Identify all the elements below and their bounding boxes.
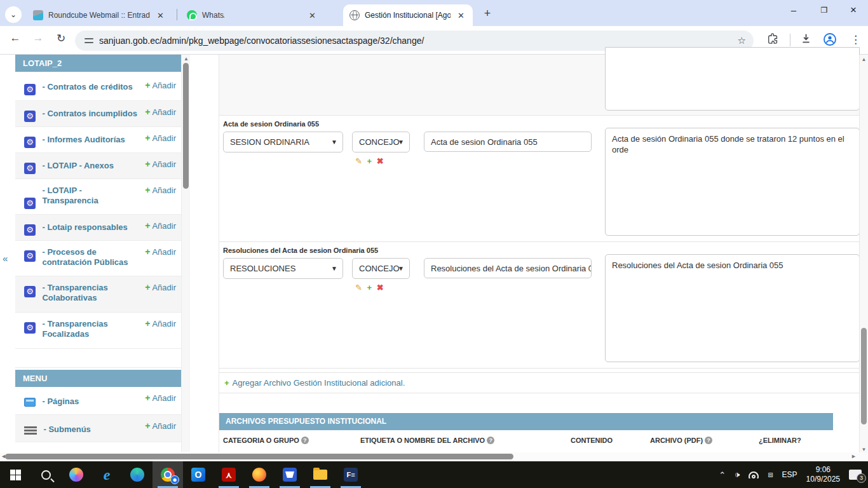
tab-gestion-active[interactable]: Gestión Institucional [Agosto-2 ✕ (343, 4, 473, 26)
edit-icon[interactable]: ✎ (355, 283, 362, 292)
session-type-select[interactable]: RESOLUCIONES▼ (223, 258, 343, 279)
restore-button[interactable]: ❐ (810, 0, 839, 22)
tab-roundcube[interactable]: Roundcube Webmail :: Entrada ✕ (27, 4, 174, 26)
scroll-down-icon[interactable]: ▼ (860, 447, 868, 452)
site-info-icon[interactable] (84, 36, 94, 46)
sidebar-item-paginas[interactable]: - Páginas +Añadir (15, 387, 181, 415)
taskbar-file-explorer[interactable] (305, 461, 336, 488)
url-text[interactable]: sanjuan.gob.ec/admin/pkg_webpage/convoca… (99, 36, 424, 46)
clock[interactable]: 9:06 10/9/2025 (806, 465, 840, 484)
add-icon[interactable]: + (367, 283, 372, 292)
sidebar-scrollbar-thumb[interactable] (183, 63, 189, 189)
browser-menu-icon[interactable]: ⋮ (850, 33, 861, 46)
add-link[interactable]: +Añadir (145, 107, 176, 117)
notifications-icon[interactable]: 3 (849, 470, 862, 480)
add-link[interactable]: +Añadir (145, 318, 176, 329)
bookmark-star-icon[interactable]: ☆ (738, 35, 746, 46)
reload-button[interactable]: ↻ (52, 32, 70, 45)
delete-icon[interactable]: ✖ (377, 283, 384, 292)
sidebar-item-informes-auditorias[interactable]: ⚙ - Informes Auditorías +Añadir (15, 127, 181, 153)
file-name-input[interactable]: Resoluciones del Acta de sesion Ordinari… (424, 258, 592, 278)
add-link[interactable]: +Añadir (145, 421, 176, 431)
sidebar-item-procesos-contratacion[interactable]: ⚙ - Procesos de contratación Públicas +A… (15, 241, 181, 276)
add-link[interactable]: +Añadir (145, 247, 176, 257)
sidebar-item-lotaip-responsables[interactable]: ⚙ - Lotaip responsables +Añadir (15, 215, 181, 241)
description-textarea[interactable]: Acta de sesión Ordinaria 055 donde se tr… (605, 128, 860, 236)
sidebar-scrollbar[interactable]: ▲ (181, 55, 190, 454)
scroll-up-icon[interactable]: ▲ (182, 56, 191, 62)
tab-close-icon[interactable]: ✕ (456, 11, 466, 20)
tab-close-icon[interactable]: ✕ (307, 11, 318, 20)
add-link[interactable]: +Añadir (145, 220, 176, 231)
back-button[interactable]: ← (6, 32, 24, 44)
horizontal-scrollbar-thumb[interactable] (5, 454, 513, 459)
organ-select[interactable]: CONCEJO▼ (352, 258, 410, 279)
minimize-button[interactable]: – (779, 0, 808, 22)
tray-expand-icon[interactable]: ⌃ (719, 470, 726, 480)
wifi-icon[interactable] (749, 471, 759, 478)
sidebar-item-label[interactable]: - Lotaip responsables (42, 222, 127, 232)
session-type-select[interactable]: SESION ORDINARIA▼ (223, 132, 343, 152)
delete-icon[interactable]: ✖ (377, 156, 384, 166)
taskbar-copilot[interactable] (61, 461, 92, 488)
add-link[interactable]: +Añadir (145, 185, 176, 195)
sidebar-item-transparencias-focalizadas[interactable]: ⚙ - Transparencias Focalizadas +Añadir (15, 313, 181, 349)
sidebar-item-lotaip-anexos[interactable]: ⚙ - LOTAIP - Anexos +Añadir (15, 153, 181, 179)
add-link[interactable]: +Añadir (145, 282, 176, 292)
taskbar-internet-explorer[interactable]: e (92, 461, 122, 488)
taskbar-f-app[interactable]: F≡ (336, 461, 366, 488)
add-icon[interactable]: + (367, 156, 372, 166)
sidebar-item-label[interactable]: - Contratos de créditos (42, 82, 132, 92)
sidebar-item-label[interactable]: - Informes Auditorías (42, 135, 125, 144)
sidebar-item-transparencias-colaborativas[interactable]: ⚙ - Transparencias Colaborativas +Añadir (15, 276, 181, 313)
tab-whatsapp[interactable]: WhatsApp ✕ (180, 4, 324, 26)
help-icon[interactable]: ? (301, 437, 309, 444)
sidebar-item-submenus[interactable]: - Submenús +Añadir (15, 415, 181, 442)
extensions-icon[interactable] (768, 33, 778, 46)
sidebar-item-label[interactable]: - Transparencias Colaborativas (42, 283, 137, 303)
taskbar-scanner-app[interactable] (275, 461, 305, 488)
vertical-scrollbar-thumb[interactable] (861, 328, 867, 424)
tab-search-button[interactable]: ⌄ (5, 6, 22, 23)
description-textarea[interactable] (605, 47, 860, 111)
page-vertical-scrollbar[interactable]: ▲ ▼ (859, 55, 868, 454)
sidebar-item-label[interactable]: - Procesos de contratación Públicas (42, 247, 137, 268)
taskbar-search-button[interactable] (31, 461, 61, 488)
scroll-up-icon[interactable]: ▲ (860, 57, 868, 62)
taskbar-chrome[interactable]: ☻ (153, 461, 183, 488)
forward-button[interactable]: → (29, 32, 47, 44)
sidebar-collapse-toggle[interactable]: « (3, 253, 8, 264)
file-name-input[interactable]: Acta de sesion Ordinaria 055 (424, 132, 592, 152)
tab-close-icon[interactable]: ✕ (155, 11, 166, 20)
taskbar-firefox[interactable] (244, 461, 275, 488)
taskbar-acrobat[interactable]: ⋏ (214, 461, 244, 488)
scroll-right-icon[interactable]: ► (851, 453, 857, 459)
sidebar-item-label[interactable]: - LOTAIP - Transparencia (42, 186, 137, 206)
add-archivo-link[interactable]: +Agregar Archivo Gestión Institucional a… (224, 378, 405, 388)
help-icon[interactable]: ? (705, 437, 712, 444)
close-button[interactable]: × (839, 0, 868, 22)
page-horizontal-scrollbar[interactable]: ◄ ► (0, 452, 868, 461)
organ-select[interactable]: CONCEJO▼ (352, 132, 410, 152)
help-icon[interactable]: ? (487, 437, 494, 444)
sidebar-item-lotaip-transparencia[interactable]: ⚙ - LOTAIP - Transparencia +Añadir (15, 179, 181, 215)
download-icon[interactable] (801, 33, 811, 46)
new-tab-button[interactable]: + (480, 6, 495, 22)
add-link[interactable]: +Añadir (145, 80, 176, 90)
add-link[interactable]: +Añadir (145, 133, 176, 143)
volume-icon[interactable]: 🕩 (735, 470, 740, 480)
sidebar-item-contratos-creditos[interactable]: ⚙ - Contratos de créditos +Añadir (15, 72, 181, 101)
display-connect-icon[interactable]: ⧈ (768, 470, 773, 480)
sidebar-item-label[interactable]: - Submenús (43, 424, 90, 434)
sidebar-item-label[interactable]: - Transparencias Focalizadas (42, 319, 137, 339)
language-indicator[interactable]: ESP (782, 470, 797, 479)
sidebar-item-label[interactable]: - Páginas (42, 396, 79, 406)
taskbar-edge[interactable] (122, 461, 153, 488)
description-textarea[interactable]: Resoluciones del Acta de sesion Ordinari… (605, 254, 860, 362)
start-button[interactable] (0, 461, 31, 488)
edit-icon[interactable]: ✎ (355, 156, 362, 166)
sidebar-item-label[interactable]: - LOTAIP - Anexos (42, 161, 113, 170)
add-link[interactable]: +Añadir (145, 159, 176, 169)
taskbar-outlook[interactable]: O (183, 461, 214, 488)
sidebar-item-label[interactable]: - Contratos incumplidos (42, 109, 137, 118)
